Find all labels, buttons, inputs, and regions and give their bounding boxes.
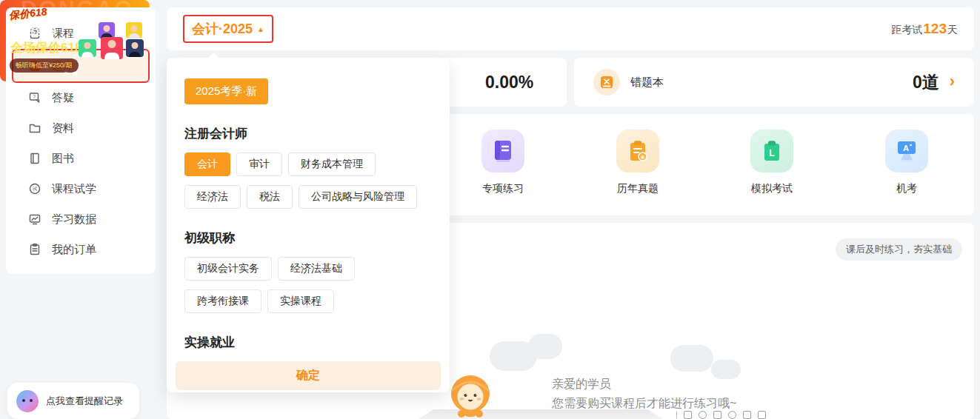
teacher-photo xyxy=(99,22,115,38)
accuracy-value: 0.00% xyxy=(485,73,533,93)
countdown-suffix: 天 xyxy=(947,24,958,36)
subject-selector-label: 会计·2025 xyxy=(192,20,253,38)
carousel-dots[interactable] xyxy=(64,72,77,76)
subject-chip[interactable]: 财务成本管理 xyxy=(288,152,376,176)
svg-text:试: 试 xyxy=(33,186,38,191)
clipped-icon-strip xyxy=(676,411,766,419)
reminder-entry[interactable]: 点我查看提醒记录 xyxy=(7,383,139,419)
feature-label: 模拟考试 xyxy=(727,182,816,195)
countdown-days: 123 xyxy=(923,21,947,36)
clipboard-icon xyxy=(28,243,41,256)
countdown-prefix: 距考试 xyxy=(891,24,922,36)
subject-chip[interactable]: 实操课程 xyxy=(267,289,334,313)
sidebar-item-label: 我的订单 xyxy=(52,243,96,257)
cloud-shape xyxy=(670,345,713,372)
promo-price-pill: 畅听嗨低至¥250/期 xyxy=(10,58,79,73)
cloud-shape xyxy=(528,334,562,359)
empty-line-1: 亲爱的学员 xyxy=(552,375,736,394)
folder-icon xyxy=(28,121,41,135)
sidebar-item-label: 答疑 xyxy=(52,91,74,105)
subject-chip[interactable]: 会计 xyxy=(184,152,230,176)
feature-special-practice[interactable]: 专项练习 xyxy=(459,130,547,195)
teacher-photo xyxy=(126,22,142,38)
svg-text:L: L xyxy=(769,148,774,158)
practice-tooltip: 课后及时练习，夯实基础 xyxy=(836,238,962,261)
sidebar-item-qa[interactable]: ? 答疑 xyxy=(13,83,148,113)
season-badge: 2025考季·新 xyxy=(184,78,268,104)
chevron-up-icon: ▲ xyxy=(257,25,264,33)
feature-label: 机考 xyxy=(862,182,951,195)
reminder-mascot-icon xyxy=(16,390,39,412)
subject-chip[interactable]: 公司战略与风险管理 xyxy=(299,185,417,209)
sidebar-item-label: 课程试学 xyxy=(52,182,96,196)
header-bar: 会计·2025 ▲ 距考试123天 xyxy=(167,7,974,50)
sidebar-item-label: 图书 xyxy=(52,152,74,166)
section-title-junior: 初级职称 xyxy=(184,229,432,247)
subject-chip[interactable]: 经济法 xyxy=(184,185,241,209)
feature-computer-exam[interactable]: A 机考 xyxy=(862,130,951,195)
chevron-right-icon: › xyxy=(950,73,955,90)
chat-question-icon: ? xyxy=(28,91,41,104)
purple-book-icon xyxy=(481,130,524,172)
wrong-book-card[interactable]: 错题本 0道 › xyxy=(574,58,974,107)
empty-state-text: 亲爱的学员 您需要购买课程后才能进行练习哦~ xyxy=(552,375,736,413)
section-title-practical: 实操就业 xyxy=(184,334,432,351)
svg-text:?: ? xyxy=(33,93,36,100)
subject-chip[interactable]: 跨考衔接课 xyxy=(184,289,261,313)
teacher-photo xyxy=(79,39,96,57)
confirm-button[interactable]: 确定 xyxy=(176,361,441,390)
book-icon xyxy=(28,152,41,165)
promo-subtitle: 全场保价618 xyxy=(10,39,81,56)
teacher-photo xyxy=(101,37,123,59)
orange-clipboard-star-icon: ★ xyxy=(616,130,659,172)
subject-dropdown-panel: 2025考季·新 注册会计师 会计 审计 财务成本管理 经济法 税法 公司战略与… xyxy=(167,58,450,392)
wrong-book-label: 错题本 xyxy=(630,76,664,90)
feature-label: 专项练习 xyxy=(459,182,547,195)
subject-chip[interactable]: 税法 xyxy=(247,185,293,209)
feature-mock-exam[interactable]: L 模拟考试 xyxy=(727,130,816,195)
subject-selector[interactable]: 会计·2025 ▲ xyxy=(183,15,273,43)
wrong-book-count: 0道 xyxy=(913,71,939,94)
feature-label: 历年真题 xyxy=(593,182,682,195)
sidebar-item-trial[interactable]: 试 课程试学 xyxy=(13,174,148,204)
subject-chip[interactable]: 初级会计实务 xyxy=(184,257,272,281)
section-title-cpa: 注册会计师 xyxy=(184,125,432,142)
mascot-character xyxy=(443,372,498,418)
blue-computer-icon: A xyxy=(885,130,928,172)
svg-text:A: A xyxy=(903,144,909,152)
monitor-chart-icon xyxy=(28,212,41,226)
sidebar-item-materials[interactable]: 资料 xyxy=(13,113,148,143)
subject-chip[interactable]: 审计 xyxy=(236,152,282,176)
promo-title: 2025实操 xyxy=(10,25,57,39)
reminder-label: 点我查看提醒记录 xyxy=(46,395,123,408)
teacher-photo xyxy=(126,39,144,57)
subject-chip[interactable]: 经济法基础 xyxy=(278,257,355,281)
green-clipboard-icon: L xyxy=(750,130,793,172)
sidebar-item-study-data[interactable]: 学习数据 xyxy=(13,204,148,234)
trial-circle-icon: 试 xyxy=(28,182,41,195)
sidebar-item-label: 学习数据 xyxy=(52,212,96,227)
sidebar-item-label: 资料 xyxy=(52,121,74,135)
sidebar-item-books[interactable]: 图书 xyxy=(13,144,148,173)
exam-countdown: 距考试123天 xyxy=(891,21,958,37)
wrong-book-icon xyxy=(593,69,620,95)
sidebar-item-orders[interactable]: 我的订单 xyxy=(13,235,148,264)
svg-text:★: ★ xyxy=(640,154,645,161)
feature-past-exams[interactable]: ★ 历年真题 xyxy=(593,130,682,195)
